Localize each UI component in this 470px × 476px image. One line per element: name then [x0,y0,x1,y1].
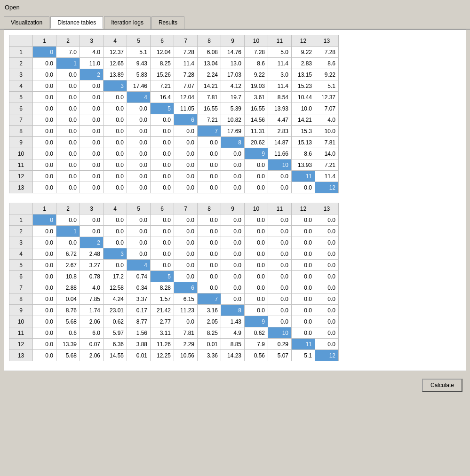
tab-iteration-logs[interactable]: Iteration logs [104,16,151,29]
table-cell: 0.0 [221,237,245,248]
table-cell: 16.4 [151,92,174,103]
table-cell: 7.28 [174,69,198,80]
table-cell: 0.0 [56,103,80,114]
table-cell: 0.0 [127,114,151,126]
table-cell: 0.0 [80,148,104,159]
table-cell: 0.0 [245,248,268,260]
tab-visualization[interactable]: Visualization [4,16,49,29]
table-cell: 5 [151,103,174,114]
table-cell: 0.0 [151,248,174,260]
table-cell: 13.0 [221,58,245,69]
table-cell: 0.0 [315,305,339,316]
table-cell: 0.62 [104,316,127,327]
table-cell: 0.0 [33,80,56,92]
table-cell: 11 [292,339,315,350]
table-row: 30.00.020.00.00.00.00.00.00.00.00.00.0 [9,237,339,248]
table-cell: 5.1 [292,350,315,361]
table2-container: 12345678910111213 100.00.00.00.00.00.00.… [9,203,461,361]
footer: Calculate [0,375,470,396]
table-cell: 8.77 [127,316,151,327]
table-cell: 2.88 [56,282,80,294]
table-cell: 0.0 [33,350,56,361]
table-row: 40.06.722.4830.00.00.00.00.00.00.00.00.0 [9,248,339,260]
table-cell: 0.0 [104,103,127,114]
table-cell: 0.0 [104,214,127,226]
table-cell: 2.24 [198,69,221,80]
table-cell: 0.0 [174,182,198,193]
row-number: 2 [9,58,33,69]
table-cell: 0.0 [33,282,56,294]
table-cell: 16.55 [245,103,268,114]
table-cell: 0.0 [151,137,174,148]
title-label: Open [5,4,20,11]
table-cell: 0.04 [56,294,80,305]
table-cell: 0.0 [198,148,221,159]
table-cell: 13.15 [292,69,315,80]
table-cell: 0.0 [245,305,268,316]
tab-distance-tables[interactable]: Distance tables [50,16,103,29]
table-cell: 0.0 [104,182,127,193]
table-cell: 0.0 [151,126,174,137]
table-cell: 0.0 [268,171,292,182]
table-cell: 0.0 [292,226,315,237]
table-cell: 0.0 [151,214,174,226]
table-row: 20.010.00.00.00.00.00.00.00.00.00.00.0 [9,226,339,237]
table-cell: 1.56 [127,327,151,339]
table-cell: 0 [33,47,56,58]
table-cell: 4.12 [221,80,245,92]
row-number: 5 [9,92,33,103]
table-cell: 3.27 [80,260,104,271]
table-cell: 0.0 [56,148,80,159]
table-cell: 0.0 [221,294,245,305]
table-cell: 11.66 [268,148,292,159]
table-cell: 0.0 [104,114,127,126]
table-cell: 12.37 [104,47,127,58]
table-cell: 8 [221,305,245,316]
table-cell: 0.0 [268,226,292,237]
table-cell: 0.0 [198,159,221,171]
table-cell: 5.0 [268,47,292,58]
table-cell: 0.0 [127,182,151,193]
col-header: 9 [221,35,245,47]
distance-table-1: 12345678910111213 107.04.012.375.112.047… [9,35,339,193]
table-cell: 0.0 [56,92,80,103]
table-cell: 2 [80,237,104,248]
row-number: 6 [9,271,33,282]
table-cell: 0.0 [56,159,80,171]
table-cell: 0.0 [221,226,245,237]
col-header: 13 [315,35,339,47]
table-cell: 0.0 [174,260,198,271]
table-cell: 11.4 [268,58,292,69]
col-header: 6 [151,35,174,47]
table-cell: 0.0 [33,327,56,339]
table-row: 70.00.00.00.00.00.067.2110.8214.564.4714… [9,114,339,126]
table-row: 20.0111.012.659.438.2511.413.0413.08.611… [9,58,339,69]
table-cell: 0.0 [80,92,104,103]
col-header: 5 [127,203,151,214]
row-number: 11 [9,159,33,171]
table-cell: 1.74 [80,305,104,316]
row-number: 3 [9,237,33,248]
row-number: 4 [9,248,33,260]
table-row: 90.00.00.00.00.00.00.00.0820.6214.8715.1… [9,137,339,148]
table-cell: 0.0 [33,294,56,305]
table-cell: 0.0 [80,80,104,92]
table-cell: 0.0 [221,182,245,193]
table-cell: 7.28 [315,47,339,58]
table-cell: 0.0 [315,260,339,271]
table-cell: 0.0 [80,126,104,137]
table-cell: 0.0 [104,260,127,271]
table-cell: 5.83 [127,69,151,80]
table-cell: 13.93 [292,159,315,171]
row-number: 13 [9,350,33,361]
calculate-button[interactable]: Calculate [422,379,462,392]
table-cell: 0.0 [221,214,245,226]
table-cell: 0.0 [268,282,292,294]
table-cell: 10.8 [56,271,80,282]
table-cell: 11.05 [174,103,198,114]
table-cell: 9.22 [292,47,315,58]
table-cell: 2.06 [80,350,104,361]
table-cell: 0.0 [198,171,221,182]
tab-results[interactable]: Results [151,16,184,29]
table-cell: 0.0 [268,305,292,316]
